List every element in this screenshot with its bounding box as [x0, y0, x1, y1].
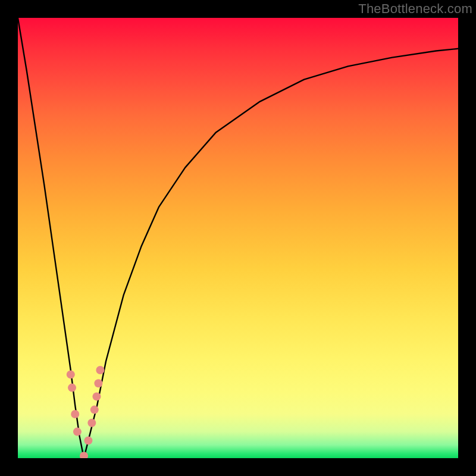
- watermark-text: TheBottleneck.com: [358, 1, 472, 17]
- curve-marker: [92, 392, 101, 400]
- plot-area: [18, 18, 458, 458]
- curve-marker: [96, 366, 104, 374]
- curve-marker: [80, 452, 88, 458]
- curve-marker: [90, 406, 99, 414]
- curve-marker: [94, 379, 102, 387]
- bottleneck-curve: [18, 18, 458, 458]
- chart-frame: TheBottleneck.com: [0, 0, 476, 476]
- curve-marker: [71, 410, 79, 418]
- chart-svg: [18, 18, 458, 458]
- curve-marker: [73, 428, 82, 436]
- curve-marker: [67, 370, 75, 378]
- curve-marker: [87, 419, 96, 427]
- curve-marker: [68, 384, 76, 392]
- curve-marker: [84, 436, 92, 444]
